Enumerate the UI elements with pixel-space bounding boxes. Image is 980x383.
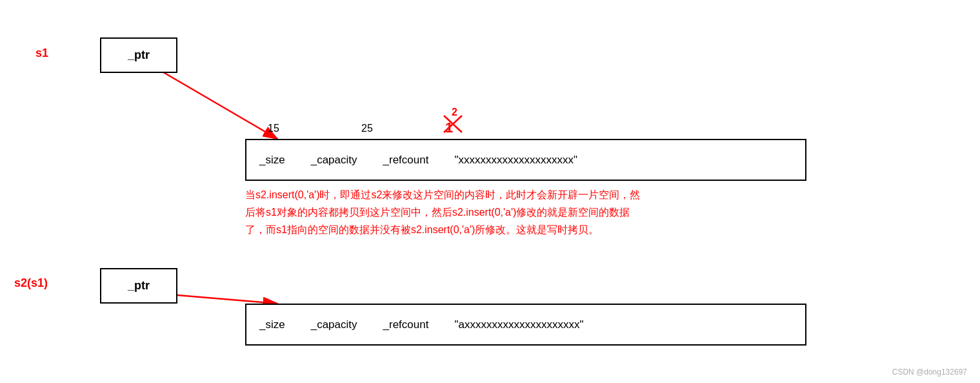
s1-label: s1 <box>35 47 48 60</box>
svg-line-2 <box>161 294 277 304</box>
watermark: CSDN @dong132697 <box>892 367 967 377</box>
row1-string: "xxxxxxxxxxxxxxxxxxxxx" <box>454 154 577 167</box>
row2-size: _size <box>259 318 285 331</box>
s1-ptr-box: _ptr <box>100 37 177 73</box>
data-row-2: _size _capacity _refcount "axxxxxxxxxxxx… <box>245 304 806 346</box>
s2-label: s2(s1) <box>14 276 48 290</box>
row2-refcount: _refcount <box>383 318 429 331</box>
num-25: 25 <box>361 123 373 134</box>
num-15: 15 <box>268 123 279 134</box>
row2-string: "axxxxxxxxxxxxxxxxxxxxx" <box>454 318 583 331</box>
s2-ptr-box: _ptr <box>100 268 177 304</box>
row1-size: _size <box>259 154 285 167</box>
s1-ptr-text: _ptr <box>128 48 150 62</box>
row2-capacity: _capacity <box>311 318 357 331</box>
x-cross-icon <box>443 114 465 135</box>
row1-capacity: _capacity <box>311 154 357 167</box>
svg-line-1 <box>161 71 277 139</box>
description-text: 当s2.insert(0,'a')时，即通过s2来修改这片空间的内容时，此时才会… <box>245 186 640 239</box>
row1-refcount: _refcount <box>383 154 429 167</box>
diagram-container: s1 _ptr 15 25 2 1 _size _capacity _refco… <box>0 0 980 383</box>
data-row-1: _size _capacity _refcount "xxxxxxxxxxxxx… <box>245 139 806 181</box>
crossed-1: 1 <box>445 118 453 135</box>
s2-ptr-text: _ptr <box>128 279 150 293</box>
